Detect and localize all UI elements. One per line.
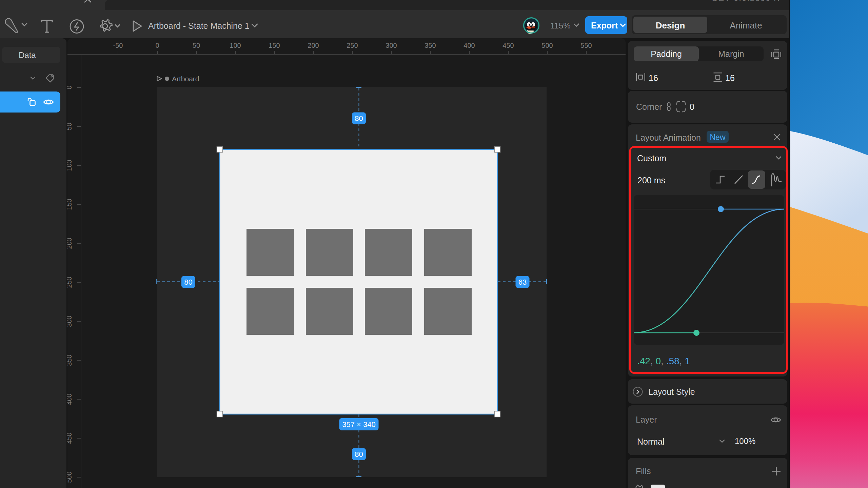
svg-text:80: 80: [355, 114, 363, 123]
svg-text:80: 80: [355, 450, 363, 459]
svg-text:357 × 340: 357 × 340: [342, 420, 375, 429]
svg-text:63: 63: [518, 278, 527, 286]
svg-text:80: 80: [184, 278, 192, 286]
